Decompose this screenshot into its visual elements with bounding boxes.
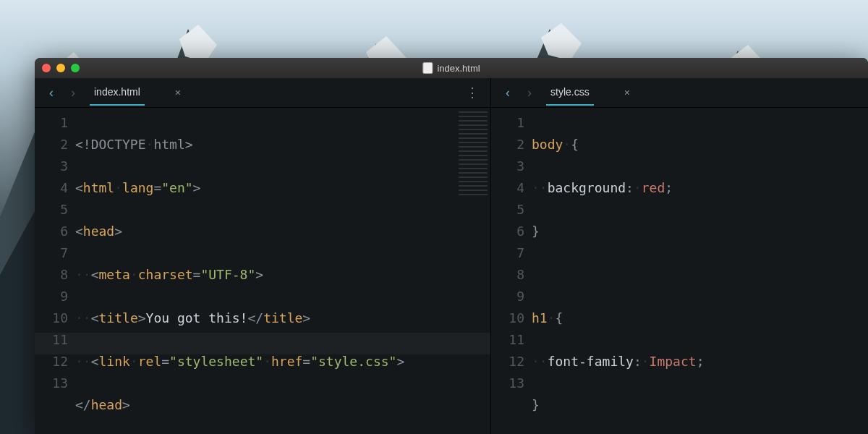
line-number: 3 [35, 156, 68, 177]
line-number: 5 [491, 199, 524, 221]
line-number: 1 [491, 112, 524, 134]
line-number: 12 [491, 351, 524, 373]
line-number: 7 [35, 242, 68, 264]
tabbar-right: ‹ › style.css × [491, 78, 868, 108]
pane-menu-button[interactable]: ⋮ [466, 86, 479, 99]
line-number: 13 [35, 373, 68, 394]
line-number: 9 [491, 286, 524, 307]
line-number: 11 [491, 329, 524, 351]
window-title: index.html [422, 62, 480, 74]
code-area[interactable]: body·{ ··background:·red; } h1·{ ··font-… [532, 112, 868, 434]
line-number: 2 [35, 134, 68, 156]
line-gutter: 1 2 3 4 5 6 7 8 9 10 11 12 13 [491, 112, 532, 434]
line-number: 7 [491, 242, 524, 264]
line-number: 5 [35, 199, 68, 221]
line-number: 8 [491, 264, 524, 286]
code-area[interactable]: <!DOCTYPE·html> <html·lang="en"> <head> … [75, 112, 490, 434]
line-number: 13 [491, 373, 524, 394]
editor-pane-left: ‹ › index.html × ⋮ 1 2 3 4 5 6 7 8 9 [35, 78, 491, 434]
line-number: 3 [491, 156, 524, 177]
line-number: 9 [35, 286, 68, 307]
line-number: 6 [35, 221, 68, 242]
nav-forward-button[interactable]: › [68, 86, 78, 99]
window-title-text: index.html [437, 64, 480, 73]
window-titlebar[interactable]: index.html [35, 58, 868, 78]
nav-back-button[interactable]: ‹ [503, 86, 513, 99]
nav-forward-button[interactable]: › [524, 86, 535, 99]
line-number: 10 [35, 307, 68, 329]
code-editor-right[interactable]: 1 2 3 4 5 6 7 8 9 10 11 12 13 body·{ ··b… [491, 108, 868, 434]
document-icon [422, 62, 433, 74]
window-minimize-button[interactable] [56, 64, 65, 72]
editor-pane-right: ‹ › style.css × 1 2 3 4 5 6 7 8 9 10 11 [491, 78, 868, 434]
tabbar-left: ‹ › index.html × ⋮ [35, 78, 490, 108]
line-number: 10 [491, 307, 524, 329]
line-number: 1 [35, 112, 68, 134]
nav-back-button[interactable]: ‹ [46, 86, 56, 99]
line-number: 6 [491, 221, 524, 242]
line-number: 4 [35, 177, 68, 199]
line-number: 11 [35, 329, 68, 351]
line-number: 12 [35, 351, 68, 373]
tab-index-html[interactable]: index.html [90, 80, 145, 106]
window-zoom-button[interactable] [71, 64, 80, 72]
line-gutter: 1 2 3 4 5 6 7 8 9 10 11 12 13 [35, 112, 75, 434]
line-number: 8 [35, 264, 68, 286]
line-number: 2 [491, 134, 524, 156]
line-number: 4 [491, 177, 524, 199]
editor-window: index.html ‹ › index.html × ⋮ 1 2 3 4 5 [35, 58, 868, 434]
tab-close-button[interactable]: × [175, 88, 181, 98]
tab-close-button[interactable]: × [624, 88, 630, 98]
code-editor-left[interactable]: 1 2 3 4 5 6 7 8 9 10 11 12 13 <!DOCTYPE·… [35, 108, 490, 434]
window-close-button[interactable] [42, 64, 51, 72]
tab-style-css[interactable]: style.css [546, 80, 594, 106]
